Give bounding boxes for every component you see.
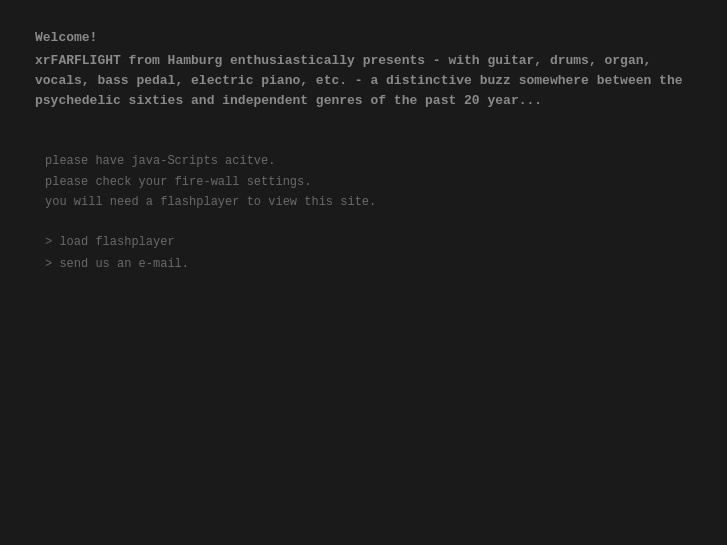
load-flashplayer-link[interactable]: > load flashplayer: [45, 231, 692, 253]
info-line-3: you will need a flashplayer to view this…: [45, 192, 692, 212]
info-section: please have java-Scripts acitve. please …: [35, 151, 692, 212]
info-line-2: please check your fire-wall settings.: [45, 172, 692, 192]
welcome-description: xrFARFLIGHT from Hamburg enthusiasticall…: [35, 51, 692, 111]
send-email-link[interactable]: > send us an e-mail.: [45, 253, 692, 275]
welcome-section: Welcome! xrFARFLIGHT from Hamburg enthus…: [35, 30, 692, 111]
links-section: > load flashplayer > send us an e-mail.: [35, 231, 692, 275]
info-line-1: please have java-Scripts acitve.: [45, 151, 692, 171]
page-container: Welcome! xrFARFLIGHT from Hamburg enthus…: [0, 0, 727, 545]
welcome-title: Welcome!: [35, 30, 692, 45]
